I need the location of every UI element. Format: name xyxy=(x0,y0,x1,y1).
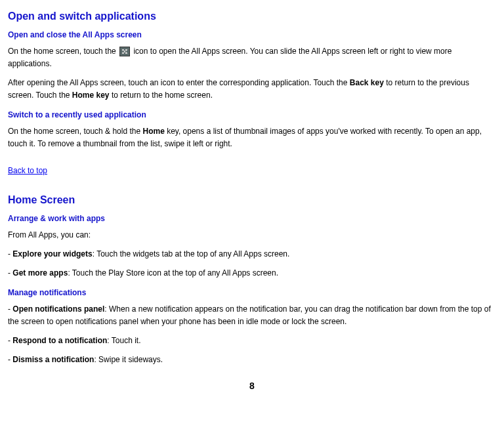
subsection-title-manage-notifications: Manage notifications xyxy=(8,287,496,299)
back-to-top-link[interactable]: Back to top xyxy=(8,165,47,177)
list-item: - Dismiss a notification: Swipe it sidew… xyxy=(8,354,496,366)
section-title-open-switch: Open and switch applications xyxy=(8,8,496,25)
bold-text: Get more apps xyxy=(12,268,68,278)
text: On the home screen, touch & hold the xyxy=(8,127,142,136)
subsection-title-switch-recent: Switch to a recently used application xyxy=(8,109,496,121)
text: : Touch the widgets tab at the top of an… xyxy=(93,249,290,259)
list-item: - Get more apps: Touch the Play Store ic… xyxy=(8,267,496,280)
paragraph: On the home screen, touch the icon to op… xyxy=(8,45,496,70)
text: : Swipe it sideways. xyxy=(94,355,163,364)
page-number: 8 xyxy=(8,379,496,393)
paragraph: On the home screen, touch & hold the Hom… xyxy=(8,125,496,150)
paragraph: From All Apps, you can: xyxy=(8,229,496,241)
subsection-title-arrange-apps: Arrange & work with apps xyxy=(8,213,496,225)
text: to return to the home screen. xyxy=(110,91,213,100)
bold-text: Dismiss a notification xyxy=(12,355,94,364)
bold-text: Home key xyxy=(72,91,110,100)
text: After opening the All Apps screen, touch… xyxy=(8,78,350,87)
bold-text: Back key xyxy=(350,78,384,87)
list-item: - Explore your widgets: Touch the widget… xyxy=(8,248,496,260)
bold-text: Open notifications panel xyxy=(12,304,104,314)
bold-text: Home xyxy=(142,127,164,136)
section-title-home-screen: Home Screen xyxy=(8,192,496,209)
paragraph: After opening the All Apps screen, touch… xyxy=(8,77,496,102)
text: On the home screen, touch the xyxy=(8,47,118,56)
all-apps-icon xyxy=(119,47,130,56)
bold-text: Explore your widgets xyxy=(12,249,92,259)
subsection-title-open-close: Open and close the All Apps screen xyxy=(8,29,496,41)
text: : Touch it. xyxy=(107,336,140,345)
text: : Touch the Play Store icon at the top o… xyxy=(68,268,278,278)
list-item: - Respond to a notification: Touch it. xyxy=(8,335,496,347)
list-item: - Open notifications panel: When a new n… xyxy=(8,303,496,328)
bold-text: Respond to a notification xyxy=(12,336,107,345)
